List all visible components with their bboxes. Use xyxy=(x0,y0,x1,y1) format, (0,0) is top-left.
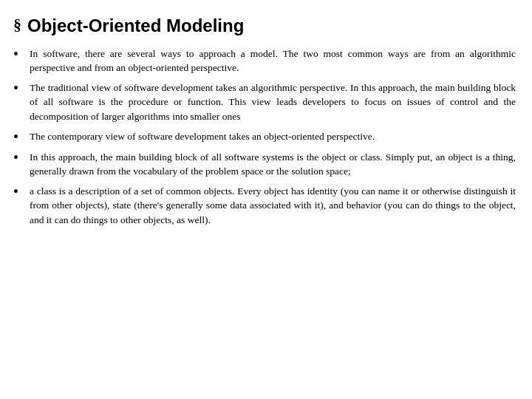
section-bullet: § xyxy=(13,17,21,33)
list-item: • In software, there are several ways to… xyxy=(13,47,516,75)
bullet-dot: • xyxy=(13,149,25,166)
list-item: • In this approach, the main building bl… xyxy=(13,150,516,179)
bullet-text: In software, there are several ways to a… xyxy=(30,47,516,75)
bullet-text: In this approach, the main building bloc… xyxy=(30,150,516,179)
bullet-dot: • xyxy=(13,46,25,62)
list-item: • a class is a description of a set of c… xyxy=(13,184,516,228)
bullet-dot: • xyxy=(13,80,25,96)
title-row: § Object-Oriented Modeling xyxy=(13,13,516,39)
bullet-dot: • xyxy=(13,183,25,200)
bullet-text: a class is a description of a set of com… xyxy=(30,184,516,228)
bullet-dot: • xyxy=(13,129,25,145)
bullet-text: The contemporary view of software develo… xyxy=(30,129,516,144)
list-item: • The contemporary view of software deve… xyxy=(13,129,516,145)
list-item: • The traditional view of software devel… xyxy=(13,81,516,124)
bullet-list: • In software, there are several ways to… xyxy=(13,47,516,228)
page-title: Object-Oriented Modeling xyxy=(27,13,244,39)
page-container: § Object-Oriented Modeling • In software… xyxy=(0,0,532,399)
bullet-text: The traditional view of software develop… xyxy=(30,81,516,124)
